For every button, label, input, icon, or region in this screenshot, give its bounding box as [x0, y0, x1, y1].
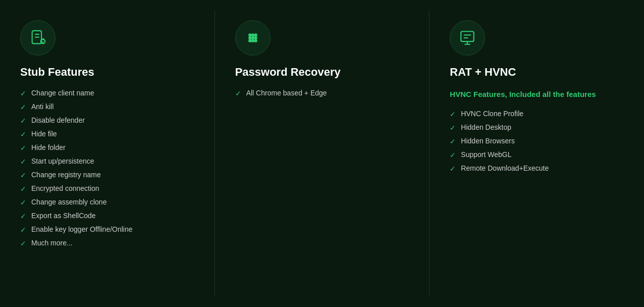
rat-hvnc-title: RAT + HVNC: [450, 66, 624, 79]
checkmark-icon: ✓: [450, 165, 456, 173]
list-item: ✓Enable key logger Offline/Online: [20, 225, 194, 234]
list-item: ✓Start up/persistence: [20, 157, 194, 166]
svg-point-7: [254, 34, 256, 36]
checkmark-icon: ✓: [450, 151, 456, 159]
checkmark-icon: ✓: [450, 110, 456, 118]
column-rat-hvnc: RAT + HVNCHVNC Features, Included all th…: [430, 10, 644, 297]
feature-label: Hide folder: [31, 143, 66, 151]
list-item: ✓Much more...: [20, 239, 194, 247]
svg-point-11: [249, 40, 251, 42]
checkmark-icon: ✓: [20, 117, 26, 125]
features-container: Stub Features✓Change client name✓Anti ki…: [0, 0, 644, 307]
feature-label: All Chrome based + Edge: [246, 89, 327, 97]
checkmark-icon: ✓: [20, 239, 26, 247]
list-item: ✓Hide folder: [20, 143, 194, 152]
column-stub-features: Stub Features✓Change client name✓Anti ki…: [0, 10, 215, 297]
list-item: ✓Change registry name: [20, 171, 194, 179]
list-item: ✓Change assembly clone: [20, 198, 194, 207]
svg-point-9: [252, 37, 254, 39]
checkmark-icon: ✓: [20, 185, 26, 193]
checkmark-icon: ✓: [20, 226, 26, 234]
feature-label: Start up/persistence: [31, 157, 94, 165]
feature-label: Hidden Desktop: [461, 123, 511, 131]
rat-hvnc-subtitle: HVNC Features, Included all the features: [450, 89, 624, 99]
password-recovery-title: Password Recovery: [235, 66, 409, 79]
feature-label: Support WebGL: [461, 150, 511, 159]
checkmark-icon: ✓: [20, 144, 26, 152]
rat-hvnc-feature-list: ✓HVNC Clone Profile✓Hidden Desktop✓Hidde…: [450, 110, 624, 173]
list-item: ✓Support WebGL: [450, 150, 624, 159]
feature-label: Encrypted connection: [31, 184, 99, 192]
checkmark-icon: ✓: [20, 171, 26, 179]
feature-label: Export as ShellCode: [31, 212, 96, 220]
svg-point-10: [254, 37, 256, 39]
svg-point-12: [252, 40, 254, 42]
checkmark-icon: ✓: [450, 137, 456, 145]
feature-label: Remote Download+Execute: [461, 164, 549, 172]
document-screen-icon: [450, 20, 485, 56]
password-recovery-feature-list: ✓All Chrome based + Edge: [235, 89, 409, 97]
feature-label: Change registry name: [31, 171, 101, 179]
svg-point-13: [254, 40, 256, 42]
list-item: ✓Encrypted connection: [20, 184, 194, 193]
stub-features-title: Stub Features: [20, 66, 194, 79]
checkmark-icon: ✓: [20, 103, 26, 111]
checkmark-icon: ✓: [20, 198, 26, 207]
feature-label: Hide file: [31, 130, 57, 138]
feature-label: Hidden Browsers: [461, 137, 515, 145]
list-item: ✓Export as ShellCode: [20, 212, 194, 220]
list-item: ✓Disable defender: [20, 116, 194, 125]
list-item: ✓Remote Download+Execute: [450, 164, 624, 173]
feature-label: Change assembly clone: [31, 198, 106, 206]
list-item: ✓Change client name: [20, 89, 194, 97]
list-item: ✓Anti kill: [20, 103, 194, 111]
feature-label: Much more...: [31, 239, 73, 247]
stub-features-feature-list: ✓Change client name✓Anti kill✓Disable de…: [20, 89, 194, 247]
svg-point-5: [249, 34, 251, 36]
list-item: ✓Hidden Desktop: [450, 123, 624, 132]
checkmark-icon: ✓: [450, 124, 456, 132]
checkmark-icon: ✓: [20, 89, 26, 97]
column-password-recovery: Password Recovery✓All Chrome based + Edg…: [215, 10, 430, 297]
feature-label: Anti kill: [31, 103, 53, 111]
document-lock-icon: [20, 20, 56, 56]
checkmark-icon: ✓: [20, 158, 26, 166]
checkmark-icon: ✓: [20, 212, 26, 220]
list-item: ✓Hidden Browsers: [450, 137, 624, 145]
checkmark-icon: ✓: [235, 89, 241, 97]
feature-label: HVNC Clone Profile: [461, 110, 523, 118]
feature-label: Change client name: [31, 89, 94, 97]
feature-label: Disable defender: [31, 116, 85, 124]
svg-point-6: [252, 34, 254, 36]
grid-dots-icon: [235, 20, 271, 56]
svg-point-8: [249, 37, 251, 39]
svg-rect-14: [461, 31, 474, 41]
list-item: ✓Hide file: [20, 130, 194, 138]
feature-label: Enable key logger Offline/Online: [31, 225, 133, 233]
checkmark-icon: ✓: [20, 130, 26, 138]
list-item: ✓HVNC Clone Profile: [450, 110, 624, 118]
list-item: ✓All Chrome based + Edge: [235, 89, 409, 97]
